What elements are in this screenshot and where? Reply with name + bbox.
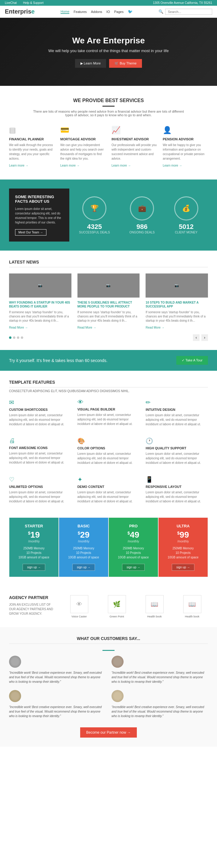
eye-icon: 👁 xyxy=(78,399,140,406)
partner-1: 👁 Voice Caster xyxy=(70,595,88,618)
plan-name: PRO xyxy=(114,524,153,528)
stat-number: 4325 xyxy=(79,223,110,231)
pricing-basic: BASIC $29 /monthly 250MB Memory 10 Proje… xyxy=(59,518,108,577)
service-title: INVESTMENT ADVISOR xyxy=(112,137,157,141)
search-input[interactable] xyxy=(165,9,212,15)
partner-name-2: Green Point xyxy=(108,615,126,618)
feature-desc: Lorem ipsum dolor sit amet, consectetur … xyxy=(78,452,140,465)
feature-font-icons: 🖨 FONT AWESOME ICONS Lorem ipsum dolor s… xyxy=(9,437,71,465)
print-icon: 🖨 xyxy=(9,437,71,444)
plan-projects: 10 Projects xyxy=(14,551,54,555)
service-investment-advisor: 📈 INVESTMENT ADVISOR Our professionals w… xyxy=(112,126,157,167)
service-pension-advisor: 👤 PENSION ADVISOR We will be happy to gi… xyxy=(163,126,208,167)
pricing-ultra: ULTRA $99 /monthly 250MB Memory 10 Proje… xyxy=(158,518,208,577)
prev-button[interactable]: ‹ xyxy=(193,334,199,341)
service-learn-more[interactable]: Learn more → xyxy=(60,164,80,167)
services-section: WE PROVIDE BEST SERVICES There are lots … xyxy=(0,86,217,180)
nav-io[interactable]: IO xyxy=(106,10,110,13)
help-link[interactable]: Help & Support xyxy=(23,1,44,4)
stat-circle-3: 💰 xyxy=(174,196,198,220)
news-read-more-3[interactable]: Read More → xyxy=(146,326,164,329)
plan-name: BASIC xyxy=(64,524,103,528)
dot-2[interactable] xyxy=(13,336,16,339)
learn-more-button[interactable]: ▶ Learn More xyxy=(75,59,106,68)
partner-name-4: Health book xyxy=(183,615,201,618)
signup-basic-button[interactable]: sign up → xyxy=(72,564,95,571)
meet-team-link[interactable]: Meet Our Team → xyxy=(15,229,46,236)
news-title-3: 10 STEPS TO BUILD AND MARKET A SUCCESSFU… xyxy=(146,301,208,308)
plan-memory: 250MB Memory xyxy=(163,547,203,550)
features-subtitle: CONSECTETUR ADIPISCING ELIT, NISSI QUIBU… xyxy=(9,390,208,393)
testimonials-heading: WHAT OUR CUSTOMERS SAY... xyxy=(9,636,208,644)
news-navigation: ‹ › xyxy=(9,334,208,341)
feature-desc: Lorem ipsum dolor sit amet, consectetur … xyxy=(78,490,140,503)
feature-title: DEMO CONTENT xyxy=(78,485,140,489)
dot-4[interactable] xyxy=(21,336,23,339)
signup-ultra-button[interactable]: sign up → xyxy=(172,564,194,571)
plan-memory: 250MB Memory xyxy=(114,547,153,550)
header: Enterprise Home Features Addons IO Pages… xyxy=(0,6,217,18)
news-read-more-2[interactable]: Read More → xyxy=(78,326,96,329)
services-heading: WE PROVIDE BEST SERVICES xyxy=(9,98,208,103)
palette-icon: 🎨 xyxy=(78,437,140,444)
livechat-link[interactable]: LiveChat xyxy=(5,1,17,4)
financial-planner-icon: ▤ xyxy=(9,126,54,134)
stat-number: 5012 xyxy=(174,223,198,231)
testimonial-4: Incredible work! Best creative experienc… xyxy=(112,690,208,718)
nav-features[interactable]: Features xyxy=(73,10,87,13)
partners-heading: AGENCY PARTNER xyxy=(9,595,57,600)
dot-3[interactable] xyxy=(17,336,19,339)
plan-memory: 250MB Memory xyxy=(14,547,54,550)
news-item-2: 📷 THESE 5 GUIDELINES WILL ATTRACT MORE P… xyxy=(78,274,140,330)
nav-addons[interactable]: Addons xyxy=(91,10,102,13)
feature-desc: Lorem ipsum dolor sit amet, consectetur … xyxy=(146,490,208,503)
services-subtitle: There are lots of reasons why people nee… xyxy=(33,110,184,117)
cta-banner: Try it yourself. It's free & takes less … xyxy=(0,350,217,371)
facts-text: SOME INTERESTING FACTS ABOUT US Lorem ip… xyxy=(9,189,69,242)
signup-starter-button[interactable]: sign up → xyxy=(23,564,45,571)
features-section: TEMPLATE FEATURES CONSECTETUR ADIPISCING… xyxy=(0,371,217,518)
nav-pages[interactable]: Pages xyxy=(114,10,124,13)
feature-responsive: 📱 RESPONSIVE LAYOUT Lorem ipsum dolor si… xyxy=(146,476,208,503)
become-partner-button[interactable]: Become our Partner now → xyxy=(80,727,137,738)
stat-circle-1: 🏆 xyxy=(82,196,106,220)
take-tour-button[interactable]: ✓ Take A Tour xyxy=(176,356,208,365)
email-icon: ✉ xyxy=(9,399,71,406)
testimonial-1: Incredible work! Best creative experienc… xyxy=(9,656,105,684)
stat-circle-2: 💼 xyxy=(130,196,154,220)
money-icon: 💰 xyxy=(182,205,190,212)
features-grid: ✉ CUSTOM SHORTCODES Lorem ipsum dolor si… xyxy=(9,399,208,508)
stat-money: 💰 5012 CLIENT MONEY xyxy=(174,196,198,234)
service-desc: Our professionals will provide you with … xyxy=(112,143,157,161)
dot-1[interactable] xyxy=(9,336,11,339)
investment-icon: 📈 xyxy=(112,126,157,134)
partner-logo-box-3: 📖 xyxy=(146,595,164,613)
testimonial-3: Incredible work! Best creative experienc… xyxy=(9,690,105,718)
testimonial-text-1: Incredible work! Best creative experienc… xyxy=(9,671,105,684)
feature-desc: Lorem ipsum dolor sit amet, consectetur … xyxy=(146,413,208,427)
service-title: MORTGAGE ADVISOR xyxy=(60,137,105,141)
news-read-more-1[interactable]: Read More → xyxy=(9,326,28,329)
service-learn-more[interactable]: Learn more → xyxy=(9,164,28,167)
service-desc: We will be happy to give you information… xyxy=(163,143,208,161)
services-grid: ▤ FINANCIAL PLANNER We will walk through… xyxy=(9,126,208,167)
feature-custom-shortcodes: ✉ CUSTOM SHORTCODES Lorem ipsum dolor si… xyxy=(9,399,71,427)
signup-pro-button[interactable]: sign up → xyxy=(122,564,145,571)
buy-theme-button[interactable]: 🛒 Buy Theme xyxy=(109,59,142,68)
service-learn-more[interactable]: Learn more → xyxy=(112,164,131,167)
mobile-icon: 📱 xyxy=(146,476,208,483)
nav-home[interactable]: Home xyxy=(61,10,69,14)
cart-icon: 🛒 xyxy=(115,61,119,65)
hero-subtitle: We will help you take control of the thi… xyxy=(48,49,168,53)
service-learn-more[interactable]: Learn more → xyxy=(163,164,182,167)
pencil-icon: ✏ xyxy=(146,399,208,406)
twitter-icon: 🐦 xyxy=(128,9,133,14)
facts-desc: Lorem ipsum dolor sit amet, consectetur … xyxy=(15,207,63,225)
briefcase-icon: 💼 xyxy=(138,205,146,212)
hero-buttons: ▶ Learn More 🛒 Buy Theme xyxy=(75,59,142,68)
feature-title: FONT AWESOME ICONS xyxy=(9,446,71,450)
partners-desc: JOIN AN EXCLUSIVE LIST OF OUR AGENCY PAR… xyxy=(9,602,57,616)
next-button[interactable]: › xyxy=(201,334,208,341)
feature-title: INTUITIVE DESIGN xyxy=(146,408,208,411)
feature-desc: Lorem ipsum dolor sit amet, consectetur … xyxy=(78,413,140,426)
